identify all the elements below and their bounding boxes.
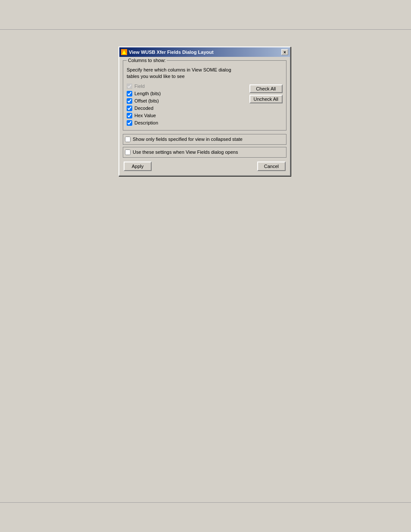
checkbox-row-length: Length (bits): [127, 91, 161, 96]
title-bar-left: View WUSB Xfer Fields Dialog Layout: [121, 49, 214, 55]
decoded-checkbox[interactable]: [127, 106, 132, 111]
option2-label: Use these settings when View Fields dial…: [133, 149, 238, 155]
description-checkbox[interactable]: [127, 120, 132, 126]
length-label: Length (bits): [134, 91, 161, 96]
group-legend: Columns to show:: [127, 58, 167, 63]
columns-group: Columns to show: Specify here which colu…: [123, 60, 286, 131]
page-background: View WUSB Xfer Fields Dialog Layout × Co…: [0, 0, 411, 532]
check-buttons-column: Check All Uncheck All: [249, 84, 283, 103]
field-label: Field: [134, 84, 145, 89]
offset-label: Offset (bits): [134, 98, 159, 103]
dialog-title: View WUSB Xfer Fields Dialog Layout: [129, 50, 214, 55]
title-bar: View WUSB Xfer Fields Dialog Layout ×: [119, 47, 290, 57]
hex-label: Hex Value: [134, 113, 156, 118]
columns-area: Field Length (bits) Offset (bits): [127, 84, 283, 126]
checkbox-row-hex: Hex Value: [127, 113, 161, 118]
group-description: Specify here which columns in View SOME …: [127, 67, 283, 80]
uncheck-all-button[interactable]: Uncheck All: [249, 95, 283, 103]
apply-button[interactable]: Apply: [124, 162, 152, 171]
decoded-label: Decoded: [134, 106, 153, 111]
dialog-body: Columns to show: Specify here which colu…: [119, 57, 290, 175]
dialog-icon-svg: [121, 50, 127, 55]
description-label: Description: [134, 120, 158, 125]
hex-checkbox[interactable]: [127, 113, 132, 118]
field-checkbox[interactable]: [127, 84, 132, 89]
option2-row: Use these settings when View Fields dial…: [123, 147, 286, 158]
cancel-button[interactable]: Cancel: [257, 162, 286, 171]
checkbox-row-field: Field: [127, 84, 161, 89]
checkbox-row-offset: Offset (bits): [127, 98, 161, 104]
svg-marker-0: [122, 50, 126, 54]
dialog-window: View WUSB Xfer Fields Dialog Layout × Co…: [118, 47, 291, 176]
close-button[interactable]: ×: [281, 49, 288, 55]
length-checkbox[interactable]: [127, 91, 132, 96]
checkboxes-column: Field Length (bits) Offset (bits): [127, 84, 161, 126]
bottom-buttons: Apply Cancel: [123, 160, 286, 172]
option2-checkbox[interactable]: [125, 149, 131, 155]
dialog-icon: [121, 49, 127, 55]
checkbox-row-description: Description: [127, 120, 161, 126]
option1-label: Show only fields specified for view in c…: [133, 137, 243, 142]
option1-row: Show only fields specified for view in c…: [123, 134, 286, 145]
offset-checkbox[interactable]: [127, 98, 132, 104]
top-rule: [0, 29, 411, 30]
check-all-button[interactable]: Check All: [249, 84, 283, 93]
checkbox-row-decoded: Decoded: [127, 106, 161, 111]
bottom-rule: [0, 502, 411, 503]
option1-checkbox[interactable]: [125, 137, 131, 142]
